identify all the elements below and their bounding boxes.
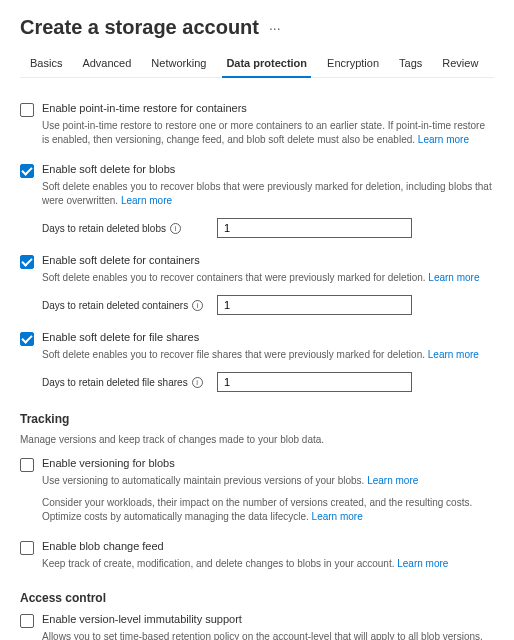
tab-advanced[interactable]: Advanced <box>72 51 141 77</box>
checkbox-pitr[interactable] <box>20 103 34 117</box>
tab-tags[interactable]: Tags <box>389 51 432 77</box>
tab-networking[interactable]: Networking <box>141 51 216 77</box>
checkbox-fileshare-soft-delete[interactable] <box>20 332 34 346</box>
checkbox-blob-soft-delete[interactable] <box>20 164 34 178</box>
learn-more-pitr[interactable]: Learn more <box>418 134 469 145</box>
desc-container-soft-delete: Soft delete enables you to recover conta… <box>42 271 494 285</box>
learn-more-container-soft[interactable]: Learn more <box>428 272 479 283</box>
desc-immutability: Allows you to set time-based retention p… <box>42 630 494 640</box>
checkbox-change-feed[interactable] <box>20 541 34 555</box>
learn-more-change-feed[interactable]: Learn more <box>397 558 448 569</box>
page-title: Create a storage account <box>20 16 259 39</box>
desc-versioning: Use versioning to automatically maintain… <box>42 474 494 488</box>
label-blob-retain-days: Days to retain deleted blobs i <box>42 223 217 234</box>
info-icon[interactable]: i <box>192 377 203 388</box>
sub-tracking: Manage versions and keep track of change… <box>20 434 494 445</box>
label-container-retain-days: Days to retain deleted containers i <box>42 300 217 311</box>
label-container-soft-delete: Enable soft delete for containers <box>42 254 200 266</box>
label-immutability: Enable version-level immutability suppor… <box>42 613 242 625</box>
heading-tracking: Tracking <box>20 412 494 426</box>
checkbox-immutability[interactable] <box>20 614 34 628</box>
input-fileshare-retain-days[interactable] <box>217 372 412 392</box>
tab-bar: Basics Advanced Networking Data protecti… <box>20 51 494 78</box>
input-container-retain-days[interactable] <box>217 295 412 315</box>
info-icon[interactable]: i <box>192 300 203 311</box>
heading-access-control: Access control <box>20 591 494 605</box>
desc-fileshare-soft-delete: Soft delete enables you to recover file … <box>42 348 494 362</box>
tab-basics[interactable]: Basics <box>20 51 72 77</box>
desc-pitr: Use point-in-time restore to restore one… <box>42 119 494 147</box>
label-fileshare-retain-days: Days to retain deleted file shares i <box>42 377 217 388</box>
label-fileshare-soft-delete: Enable soft delete for file shares <box>42 331 199 343</box>
tab-data-protection[interactable]: Data protection <box>216 51 317 77</box>
info-icon[interactable]: i <box>170 223 181 234</box>
learn-more-versioning[interactable]: Learn more <box>367 475 418 486</box>
tab-encryption[interactable]: Encryption <box>317 51 389 77</box>
tab-review[interactable]: Review <box>432 51 488 77</box>
desc-blob-soft-delete: Soft delete enables you to recover blobs… <box>42 180 494 208</box>
more-icon[interactable]: ··· <box>269 20 281 36</box>
note-versioning: Consider your workloads, their impact on… <box>42 496 494 524</box>
checkbox-versioning[interactable] <box>20 458 34 472</box>
label-blob-soft-delete: Enable soft delete for blobs <box>42 163 175 175</box>
input-blob-retain-days[interactable] <box>217 218 412 238</box>
label-versioning: Enable versioning for blobs <box>42 457 175 469</box>
label-change-feed: Enable blob change feed <box>42 540 164 552</box>
label-pitr: Enable point-in-time restore for contain… <box>42 102 247 114</box>
checkbox-container-soft-delete[interactable] <box>20 255 34 269</box>
desc-change-feed: Keep track of create, modification, and … <box>42 557 494 571</box>
learn-more-fileshare-soft[interactable]: Learn more <box>428 349 479 360</box>
learn-more-versioning-note[interactable]: Learn more <box>312 511 363 522</box>
learn-more-blob-soft[interactable]: Learn more <box>121 195 172 206</box>
